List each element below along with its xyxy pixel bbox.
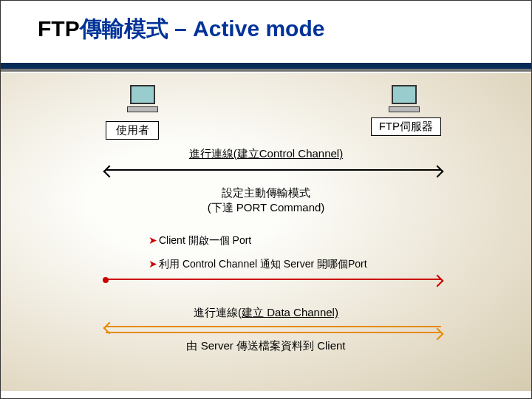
server-computer-icon bbox=[388, 85, 420, 112]
chevron-icon: ➤ bbox=[149, 234, 157, 246]
bullet-notify-server: ➤利用 Control Channel 通知 Server 開哪個Port bbox=[149, 258, 367, 271]
caption-set-active: 設定主動傳輸模式 (下達 PORT Command) bbox=[1, 185, 531, 214]
bullet-2-text: 利用 Control Channel 通知 Server 開哪個Port bbox=[159, 258, 367, 270]
arrow-notify-port bbox=[106, 279, 441, 280]
bullet-client-opens-port: ➤Client 開啟一個 Port bbox=[149, 234, 251, 248]
bar-grey bbox=[1, 69, 531, 72]
caption-control-channel-text: 進行連線(建立Control Channel) bbox=[189, 147, 343, 160]
slide-frame: FTP傳輸模式 – Active mode 使用者 FTP伺服器 進行連線(建立… bbox=[0, 0, 532, 399]
caption-data-channel-link: 建立 Data Channel) bbox=[242, 306, 338, 318]
caption-data-channel-pre: 進行連線( bbox=[194, 306, 242, 318]
caption-set-active-l1: 設定主動傳輸模式 bbox=[222, 186, 310, 199]
client-label: 使用者 bbox=[106, 121, 159, 140]
divider-bars bbox=[1, 63, 531, 72]
bar-dark bbox=[1, 63, 531, 69]
arrow-data-channel-to-client bbox=[106, 326, 441, 327]
bullet-1-text: Client 開啟一個 Port bbox=[159, 234, 251, 246]
slide-title: FTP傳輸模式 – Active mode bbox=[1, 1, 531, 44]
caption-control-channel: 進行連線(建立Control Channel) bbox=[1, 147, 531, 161]
arrow-control-channel bbox=[106, 169, 441, 171]
caption-set-active-l2: (下達 PORT Command) bbox=[208, 201, 325, 214]
arrow-data-channel-to-server bbox=[106, 332, 441, 333]
title-prefix: FTP bbox=[38, 16, 80, 41]
caption-server-send: 由 Server 傳送檔案資料到 Client bbox=[1, 339, 531, 353]
server-label: FTP伺服器 bbox=[371, 117, 441, 136]
chevron-icon: ➤ bbox=[149, 258, 157, 270]
title-zh: 傳輸模式 bbox=[80, 16, 168, 41]
diagram-stage: 使用者 FTP伺服器 進行連線(建立Control Channel) 設定主動傳… bbox=[1, 73, 531, 391]
client-computer-icon bbox=[126, 85, 159, 112]
title-suffix: – Active mode bbox=[168, 16, 325, 41]
caption-data-channel: 進行連線(建立 Data Channel) bbox=[1, 306, 531, 320]
